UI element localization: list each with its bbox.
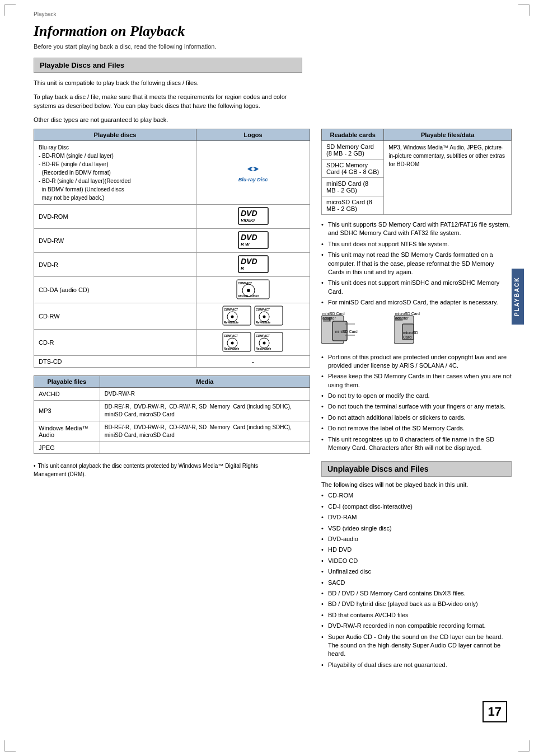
svg-text:COMPACT: COMPACT <box>256 308 270 311</box>
table-row: Blu-ray Disc - BD-ROM (single / dual lay… <box>34 141 310 205</box>
list-item: VSD (video single disc) <box>321 524 512 533</box>
table-row: Windows Media™ Audio BD-RE/-R, DVD-RW/-R… <box>34 421 310 442</box>
svg-text:DVD: DVD <box>241 257 257 266</box>
list-item: Super Audio CD - Only the sound on the C… <box>321 633 512 659</box>
svg-text:R: R <box>241 266 244 271</box>
table-row: DVD-R DVD R <box>34 253 310 277</box>
file-type-avchd: AVCHD <box>34 388 100 401</box>
sd-col2-header: Playable files/data <box>384 129 512 141</box>
sd-col1-header: Readable cards <box>322 129 384 141</box>
playback-sidebar-label: PLAYBACK <box>512 269 524 325</box>
list-item: BD / DVD / SD Memory Card contains DivX®… <box>321 589 512 598</box>
list-item: Do not try to open or modify the card. <box>321 392 512 400</box>
table-row: CD-DA (audio CD) COMPACT DIGITAL AUDIO <box>34 277 310 303</box>
svg-text:COMPACT: COMPACT <box>224 334 238 337</box>
list-item: For miniSD Card and microSD Card, the ad… <box>321 298 512 307</box>
minisd-adapter-label: miniSD Cardadapter <box>322 312 345 321</box>
discs-col2-header: Logos <box>196 129 310 141</box>
svg-text:COMPACT: COMPACT <box>224 308 238 311</box>
list-item: BD that contains AVCHD files <box>321 611 512 619</box>
disc-name-dvdrom: DVD-ROM <box>34 205 196 229</box>
list-item: Playability of dual discs are not guaran… <box>321 661 512 669</box>
svg-text:DVD: DVD <box>241 209 257 218</box>
list-item: This unit may not read the SD Memory Car… <box>321 251 512 276</box>
list-item: This unit recognizes up to 8 characters … <box>321 435 512 453</box>
page-number: 17 <box>483 701 507 722</box>
file-media-wma: BD-RE/-R, DVD-RW/-R, CD-RW/-R, SD Memory… <box>100 421 310 442</box>
table-row: DVD-RW DVD R W <box>34 229 310 253</box>
svg-text:ReWritable: ReWritable <box>224 321 238 324</box>
svg-point-13 <box>247 289 250 292</box>
list-item: This unit does not support miniSDHC and … <box>321 279 512 296</box>
sd-card-2: SDHC Memory Card (4 GB - 8 GB) <box>322 159 384 178</box>
unplayable-header: Unplayable Discs and Files <box>321 461 512 477</box>
svg-point-23 <box>263 316 266 318</box>
list-item: Do not attach additional labels or stick… <box>321 414 512 422</box>
disc-logo-cdr: COMPACT Recordable COMPACT Recordable <box>196 330 310 356</box>
disc-name-cdr: CD-R <box>34 330 196 356</box>
list-item: Unfinalized disc <box>321 567 512 576</box>
sd-cards-table: Readable cards Playable files/data SD Me… <box>321 129 512 215</box>
list-item: Do not remove the label of the SD Memory… <box>321 424 512 433</box>
microsd-card-label: microSDCard <box>403 331 418 340</box>
body-text-2: To play back a disc / file, make sure th… <box>34 92 302 111</box>
table-row: MP3 BD-RE/-R, DVD-RW/-R, CD-RW/-R, SD Me… <box>34 401 310 421</box>
list-item: SACD <box>321 579 512 587</box>
sd-playable-data: MP3, Windows Media™ Audio, JPEG, picture… <box>384 141 512 215</box>
files-col2-header: Media <box>100 376 310 388</box>
microsd-adapter-label: microSD Cardadapter <box>395 312 420 321</box>
list-item: VIDEO CD <box>321 557 512 565</box>
intro-text: Before you start playing back a disc, re… <box>34 43 302 50</box>
body-text-3: Other disc types are not guaranteed to p… <box>34 115 302 125</box>
list-item: CD-ROM <box>321 491 512 500</box>
list-item: BD / DVD hybrid disc (played back as a B… <box>321 600 512 608</box>
disc-logo-dvdr: DVD R <box>196 253 310 277</box>
list-item: This unit supports SD Memory Card with F… <box>321 220 512 238</box>
unplayable-section: Unplayable Discs and Files The following… <box>321 461 512 669</box>
sd-card-4: microSD Card (8 MB - 2 GB) <box>322 196 384 215</box>
drm-note: •This unit cannot playback the disc cont… <box>34 462 291 478</box>
table-row: DTS-CD - <box>34 356 310 368</box>
discs-table: Playable discs Logos Blu-ray Disc - BD-R… <box>34 129 310 368</box>
list-item: DVD-audio <box>321 535 512 543</box>
minisd-card-label: miniSD Card <box>335 330 358 334</box>
disc-name-cdda: CD-DA (audio CD) <box>34 277 196 303</box>
svg-point-18 <box>231 316 234 318</box>
table-row: DVD-ROM DVD VIDEO <box>34 205 310 229</box>
sd-bullets2-list: Portions of this product are protected u… <box>321 353 512 453</box>
disc-logo-cdda: COMPACT DIGITAL AUDIO <box>196 277 310 303</box>
svg-text:DVD: DVD <box>241 233 257 242</box>
svg-text:DIGITAL AUDIO: DIGITAL AUDIO <box>238 294 259 298</box>
file-type-wma: Windows Media™ Audio <box>34 421 100 442</box>
list-item: Do not touch the terminal surface with y… <box>321 402 512 411</box>
list-item: DVD-RAM <box>321 513 512 522</box>
file-type-jpeg: JPEG <box>34 442 100 454</box>
svg-point-28 <box>231 342 234 345</box>
sd-card-3: miniSD Card (8 MB - 2 GB) <box>322 178 384 196</box>
disc-name: Blu-ray Disc - BD-ROM (single / dual lay… <box>34 141 196 205</box>
svg-text:VIDEO: VIDEO <box>241 218 255 223</box>
disc-name-cdrw: CD-RW <box>34 303 196 330</box>
disc-name-dtscd: DTS-CD <box>34 356 196 368</box>
table-row: CD-RW COMPACT ReWritable <box>34 303 310 330</box>
disc-name-dvdrw: DVD-RW <box>34 229 196 253</box>
disc-name-dvdr: DVD-R <box>34 253 196 277</box>
list-item: Portions of this product are protected u… <box>321 353 512 370</box>
file-type-mp3: MP3 <box>34 401 100 421</box>
file-media-jpeg <box>100 442 310 454</box>
file-media-avchd: DVD-RW/-R <box>100 388 310 401</box>
svg-point-0 <box>251 167 255 171</box>
list-item: HD DVD <box>321 546 512 554</box>
section1-header: Playable Discs and Files <box>34 58 302 73</box>
svg-text:COMPACT: COMPACT <box>256 334 270 337</box>
sd-card-1: SD Memory Card (8 MB - 2 GB) <box>322 141 384 159</box>
file-media-mp3: BD-RE/-R, DVD-RW/-R, CD-RW/-R, SD Memory… <box>100 401 310 421</box>
page-title: Information on Playback <box>34 23 512 40</box>
disc-logo-dvdrw: DVD R W <box>196 229 310 253</box>
discs-col1-header: Playable discs <box>34 129 196 141</box>
disc-logo-cdrw: COMPACT ReWritable COMPACT ReWritable <box>196 303 310 330</box>
sd-card-diagram: miniSD Cardadapter miniSD Card microSD C… <box>321 313 512 348</box>
svg-text:ReWritable: ReWritable <box>256 321 270 324</box>
files-table: Playable files Media AVCHD DVD-RW/-R MP3… <box>34 375 310 454</box>
sd-bullets-list: This unit supports SD Memory Card with F… <box>321 220 512 307</box>
